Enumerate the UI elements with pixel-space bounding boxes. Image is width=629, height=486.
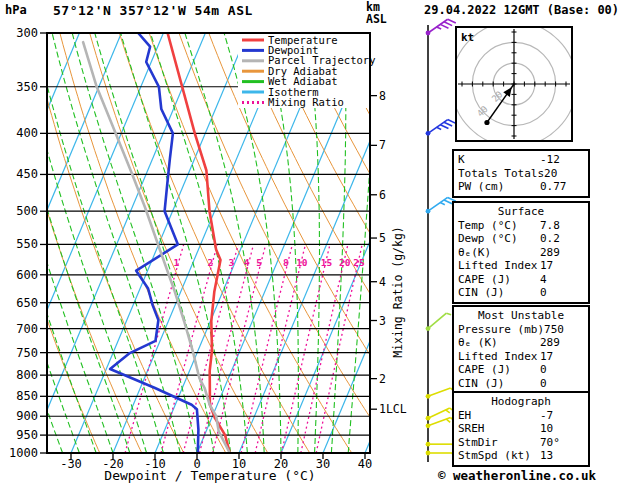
stat-value: 0 [540, 286, 584, 300]
mixing-ratio-value-label: 4 [244, 257, 250, 268]
pressure-axis-unit: hPa [5, 3, 27, 17]
mixing-ratio-labels: 12345810152025 [174, 257, 365, 268]
stat-value: 0.2 [540, 232, 584, 246]
stat-label: StmSpd (kt) [458, 449, 540, 463]
stat-label: Totals Totals [458, 167, 544, 181]
pressure-tick-label: 850 [16, 389, 38, 403]
stat-label: θₑ (K) [458, 336, 540, 350]
mixing-ratio-value-label: 15 [321, 257, 333, 268]
mixing-ratio-value-label: 8 [283, 257, 289, 268]
altitude-unit-asl: ASL [366, 13, 387, 25]
stat-value: 70° [540, 436, 584, 450]
pressure-tick-label: 550 [16, 237, 38, 251]
stat-row: θₑ(K)289 [458, 246, 584, 260]
stat-value: 750 [544, 323, 584, 337]
mixing-ratio-value-label: 3 [228, 257, 234, 268]
panel-most-unstable: Most UnstablePressure (mb)750θₑ (K)289Li… [452, 305, 590, 394]
isotherm-line [0, 33, 79, 453]
stat-label: CIN (J) [458, 286, 540, 300]
stat-value: 17 [540, 259, 584, 273]
stat-value: 0.77 [540, 180, 584, 194]
mixing-ratio-value-label: 25 [353, 257, 365, 268]
stat-row: StmDir70° [458, 436, 584, 450]
stat-row: CAPE (J)0 [458, 363, 584, 377]
station-title: 57°12'N 357°12'W 54m ASL [53, 3, 253, 18]
stat-value: 13 [540, 449, 584, 463]
panel-indices: K-12Totals Totals20PW (cm)0.77 [452, 149, 590, 198]
panel-title: Most Unstable [458, 309, 584, 323]
wind-barb [426, 120, 456, 136]
stat-row: CIN (J)0 [458, 377, 584, 391]
pressure-tick-label: 500 [16, 204, 38, 218]
legend: TemperatureDewpointParcel TrajectoryDry … [238, 34, 375, 109]
stat-value: 0 [540, 377, 584, 391]
panel-hodograph: HodographEH-7SREH10StmDir70°StmSpd (kt)1… [452, 391, 590, 467]
hodograph-unit-label: kt [461, 31, 474, 44]
altitude-axis-unit: kmASL [366, 1, 387, 25]
stat-label: EH [458, 409, 540, 423]
mixing-ratio-value-label: 2 [207, 257, 213, 268]
stat-row: θₑ (K)289 [458, 336, 584, 350]
pressure-tick-label: 900 [16, 409, 38, 423]
stat-value: 17 [540, 350, 584, 364]
stat-row: CAPE (J)4 [458, 273, 584, 287]
stat-row: Dewp (°C)0.2 [458, 232, 584, 246]
stat-row: CIN (J)0 [458, 286, 584, 300]
stat-label: CAPE (J) [458, 273, 540, 287]
curve-parcel-trajectory [83, 42, 230, 453]
pressure-tick-label: 300 [16, 26, 38, 40]
pressure-tick-label: 950 [16, 428, 38, 442]
altitude-tick-label: 5 [379, 231, 386, 245]
stat-value: -7 [540, 409, 584, 423]
pressure-tick-label: 800 [16, 368, 38, 382]
datetime-title: 29.04.2022 12GMT (Base: 00) [424, 3, 619, 17]
panel-surface: SurfaceTemp (°C)7.8Dewp (°C)0.2θₑ(K)289L… [452, 201, 590, 304]
panel-title: Hodograph [458, 395, 584, 409]
stat-value: 20 [544, 167, 584, 181]
mixing-ratio-line [213, 244, 266, 453]
altitude-tick-label: 4 [379, 275, 386, 289]
altitude-tick-label: 6 [379, 188, 386, 202]
stat-row: EH-7 [458, 409, 584, 423]
stat-label: Dewp (°C) [458, 232, 540, 246]
panel-title: Surface [458, 205, 584, 219]
mixing-ratio-value-label: 1 [174, 257, 180, 268]
legend-label: Mixing Ratio [268, 96, 344, 108]
stat-row: Temp (°C)7.8 [458, 219, 584, 233]
stat-row: Lifted Index17 [458, 259, 584, 273]
stat-value: 289 [540, 246, 584, 260]
hodograph-plot: 2040kt [452, 22, 577, 147]
wind-barb [426, 19, 456, 35]
stat-label: CIN (J) [458, 377, 540, 391]
stat-value: 7.8 [540, 219, 584, 233]
stat-label: StmDir [458, 436, 540, 450]
stat-value: -12 [540, 153, 584, 167]
pressure-tick-label: 600 [16, 268, 38, 282]
pressure-tick-label: 450 [16, 167, 38, 181]
stat-value: 0 [540, 363, 584, 377]
stat-label: θₑ(K) [458, 246, 540, 260]
mixing-ratio-value-label: 5 [256, 257, 262, 268]
stat-label: Temp (°C) [458, 219, 540, 233]
altitude-tick-label: 1LCL [379, 402, 407, 416]
hodograph-trace-origin-dot [484, 120, 489, 125]
altitude-tick-label: 8 [379, 89, 386, 103]
pressure-tick-label: 700 [16, 322, 38, 336]
mixing-ratio-value-label: 10 [296, 257, 308, 268]
stat-label: K [458, 153, 540, 167]
stat-label: CAPE (J) [458, 363, 540, 377]
isotherm-line [29, 33, 205, 453]
copyright-footer: © weatheronline.co.uk [428, 468, 606, 483]
altitude-tick-label: 2 [379, 372, 386, 386]
wet-adiabat-line [0, 33, 96, 453]
stat-row: Totals Totals20 [458, 167, 584, 181]
stat-row: SREH10 [458, 422, 584, 436]
wind-barb [426, 313, 451, 331]
pressure-tick-label: 1000 [9, 446, 38, 460]
stat-row: K-12 [458, 153, 584, 167]
sounding-chart-canvas: 3003504004505005506006507007508008509009… [0, 0, 629, 486]
mixing-ratio-line [301, 244, 348, 453]
wet-adiabat-line [0, 33, 79, 453]
pressure-tick-label: 750 [16, 346, 38, 360]
stat-value: 4 [540, 273, 584, 287]
